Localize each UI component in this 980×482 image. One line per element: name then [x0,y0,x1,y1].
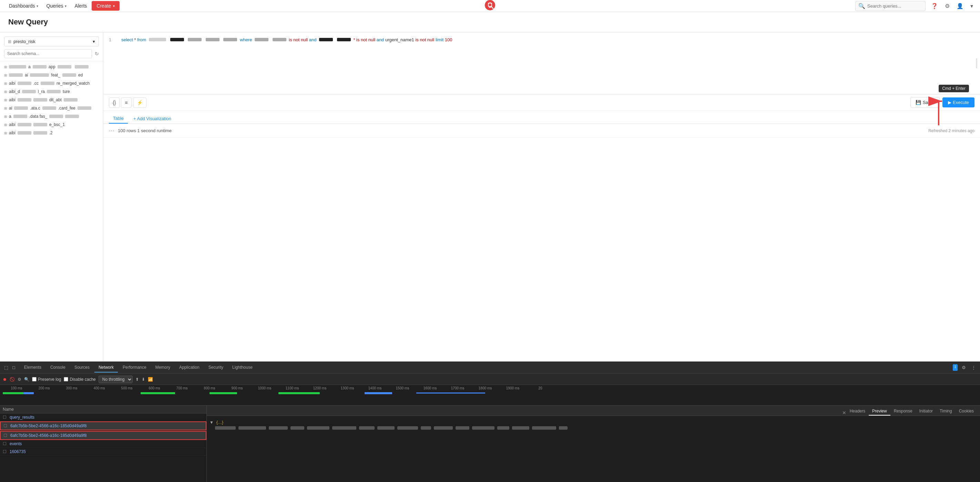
table-icon: ⊞ [4,131,7,135]
more-icon[interactable]: ⋮ [970,364,977,371]
logo [485,0,495,12]
list-item[interactable]: ⊞ a .data fas_ [0,112,103,121]
table-icon: ⊞ [4,65,7,69]
list-item[interactable]: ⊞ aibi .cc re_merged_watch [0,79,103,87]
tab-console[interactable]: Console [46,363,70,373]
indent-button[interactable]: ≡ [121,97,131,108]
create-button[interactable]: Create ▾ [92,1,119,11]
wifi-icon[interactable]: 📶 [148,377,153,382]
tl-1700ms: 1700 ms [444,386,471,390]
query-editor[interactable]: 1 select * from where [103,32,980,94]
help-icon[interactable]: ❓ [930,2,939,11]
cookies-label: Cookies [959,409,974,414]
queries-menu[interactable]: Queries ▾ [43,1,70,11]
response-label: Response [894,409,912,414]
detail-tab-timing[interactable]: Timing [936,407,956,415]
schema-caret: ▾ [93,39,95,44]
detail-tab-initiator[interactable]: Initiator [916,407,936,415]
tab-elements[interactable]: Elements [20,363,46,373]
list-item[interactable]: ⊞ aibi .2 [0,129,103,137]
tl-1400ms: 1400 ms [361,386,389,390]
network-item-uuid-1[interactable]: ☐ 6afc7b5b-5be2-4566-a16c-185d0d49a9f8 [0,422,207,430]
record-icon[interactable]: ⏺ [3,377,7,382]
refresh-icon[interactable]: ↻ [95,51,99,57]
detail-tab-preview[interactable]: Preview [869,407,891,415]
tab-lighthouse[interactable]: Lighthouse [228,363,257,373]
list-item[interactable]: ⊞ ai .ata.c .card_fee [0,104,103,112]
checkbox-icon: ☐ [3,441,8,446]
list-item[interactable]: ⊞ ai feat_ ed [0,71,103,79]
filter-icon[interactable]: ⚙ [18,377,21,382]
avatar[interactable]: 👤 [955,2,965,11]
tl-300ms: 300 ms [58,386,86,390]
search-network-icon[interactable]: 🔍 [24,377,29,382]
tl-bar-blue-2 [364,392,392,394]
disable-cache-checkbox[interactable]: Disable cache [64,377,95,382]
tab-application[interactable]: Application [175,363,204,373]
close-detail-button[interactable]: ✕ [842,410,846,415]
tab-sources[interactable]: Sources [70,363,94,373]
badge-count[interactable]: 1 [953,364,958,371]
tl-bar-blue-1 [24,392,34,394]
inspect-icon[interactable]: ⬚ [3,364,10,371]
save-button[interactable]: 💾 Save* [910,97,940,108]
network-item-name: 6afc7b5b-5be2-4566-a16c-185d0d49a9f8 [10,433,203,438]
schema-selector[interactable]: ⊞ presto_risk ▾ [4,36,99,46]
settings-icon[interactable]: ⚙ [943,2,951,11]
expand-icon[interactable]: ▾ [969,2,975,11]
tab-performance[interactable]: Performance [119,363,151,373]
detail-tab-cookies[interactable]: Cookies [956,407,977,415]
throttle-select[interactable]: No throttling [99,376,133,383]
checkbox-icon: ☐ [3,423,8,428]
dashboards-menu[interactable]: Dashboards ▾ [5,1,42,11]
disable-cache-input[interactable] [64,377,68,382]
download-icon[interactable]: ⬇ [142,377,145,382]
table-tab-label: Table [113,116,124,121]
expand-arrow[interactable]: ▼ [210,420,214,425]
tab-network[interactable]: Network [94,363,118,373]
search-schema: ↻ [4,49,99,58]
clear-icon[interactable]: 🚫 [10,377,15,382]
add-visualization-button[interactable]: + Add Visualization [134,116,171,121]
table-icon: ⊞ [4,90,7,94]
preserve-log-input[interactable] [32,377,37,382]
headers-label: Headers [850,409,865,414]
upload-icon[interactable]: ⬆ [135,377,139,382]
tab-table[interactable]: Table [109,114,128,124]
devtools: ⬚ □ Elements Console Sources Network Per… [0,362,980,482]
list-item[interactable]: ⊞ aibi dit_abt [0,96,103,104]
db-icon: ⊞ [8,39,11,44]
devtools-tabs: ⬚ □ Elements Console Sources Network Per… [0,362,980,374]
execute-button[interactable]: ▶ Execute [942,97,975,108]
network-item-1606735[interactable]: ☐ 1606735 [0,448,207,456]
preview-content: ▼ {…} [207,416,980,434]
format-button[interactable]: {} [109,97,119,108]
search-box[interactable]: 🔍 [855,1,926,11]
list-item[interactable]: ⊞ a app [0,63,103,71]
tab-memory[interactable]: Memory [151,363,174,373]
tl-1500ms: 1500 ms [389,386,416,390]
tab-security[interactable]: Security [204,363,228,373]
tl-600ms: 600 ms [141,386,168,390]
preview-label: Preview [872,409,887,414]
schema-search-input[interactable] [4,49,92,58]
three-dot-menu[interactable]: ⋯ [109,127,115,134]
detail-tab-headers[interactable]: Headers [846,407,869,415]
network-item-events[interactable]: ☐ events [0,440,207,448]
tl-1600ms: 1600 ms [416,386,444,390]
indent-icon: ≡ [125,100,127,105]
network-item-query-results[interactable]: ☐ query_results [0,414,207,422]
search-input[interactable] [867,3,923,9]
lighthouse-label: Lighthouse [232,365,253,370]
network-item-uuid-2[interactable]: ☐ 6afc7b5b-5be2-4566-a16c-185d0d49a9f8 [0,431,207,440]
alerts-menu[interactable]: Alerts [71,1,91,11]
preserve-log-checkbox[interactable]: Preserve log [32,377,61,382]
network-label: Network [99,365,114,370]
device-icon[interactable]: □ [11,364,16,371]
tl-20: 20 [527,386,554,390]
list-item[interactable]: ⊞ aibi e_bsc_1 [0,121,103,129]
list-item[interactable]: ⊞ aibi_d l_ra ture [0,87,103,96]
lightning-button[interactable]: ⚡ [133,97,146,108]
settings-icon[interactable]: ⚙ [960,364,967,371]
detail-tab-response[interactable]: Response [891,407,916,415]
